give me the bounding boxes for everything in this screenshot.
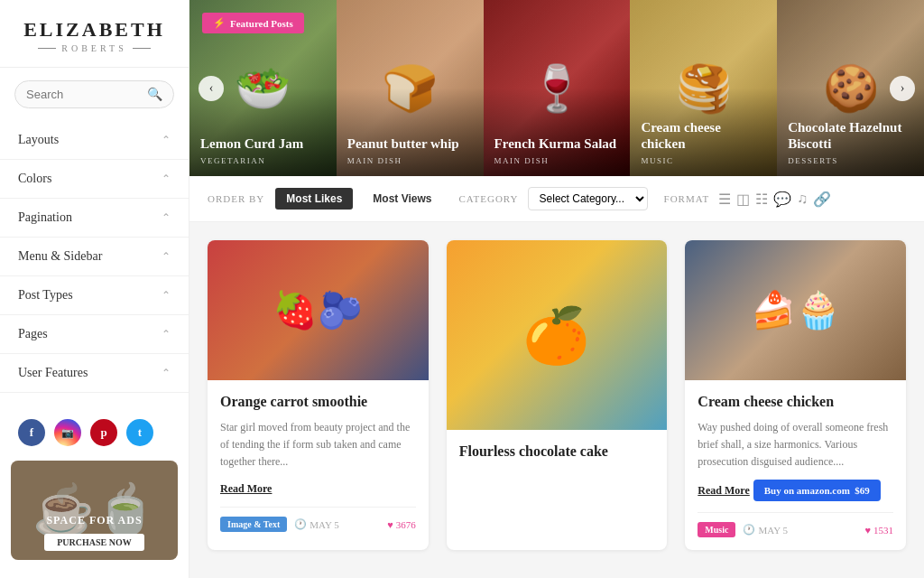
chevron-down-icon: ⌃	[162, 172, 171, 186]
format-link-icon[interactable]: 🔗	[813, 191, 831, 208]
search-area: 🔍	[0, 68, 189, 121]
slider-item-info: French Kurma Salad MAIN DISH	[494, 135, 620, 165]
post-tag: Music	[698, 522, 735, 537]
heart-icon: ♥	[864, 525, 871, 536]
post-body: Flourless chocolate cake	[447, 430, 668, 481]
post-date: 🕐 MAY 5	[294, 518, 380, 530]
nav-label-layouts: Layouts	[18, 133, 59, 147]
search-box[interactable]: 🔍	[14, 80, 174, 108]
posts-grid: 🍓🫐 Orange carrot smoothie Star girl move…	[208, 240, 906, 550]
lightning-icon: ⚡	[213, 17, 226, 29]
slider-item-info: Chocolate Hazelnut Biscotti DESSERTS	[788, 119, 913, 166]
read-more-link[interactable]: Read More	[698, 484, 749, 498]
amazon-label: Buy on amazon.com	[764, 485, 850, 496]
featured-label: Featured Posts	[230, 18, 293, 29]
post-date-value: MAY 5	[758, 525, 788, 536]
slider-item-title: Lemon Curd Jam	[200, 135, 326, 153]
nav-item-pagination[interactable]: Pagination ⌃	[0, 199, 189, 238]
post-tag: Image & Text	[220, 517, 287, 532]
order-by-label: ORDER BY	[208, 193, 264, 204]
slider-item: 🍷 French Kurma Salad MAIN DISH	[484, 0, 631, 176]
pinterest-icon[interactable]: p	[90, 419, 117, 446]
post-likes: ♥ 3676	[387, 519, 416, 530]
chevron-down-icon: ⌃	[162, 211, 171, 225]
slider-item-info: Lemon Curd Jam VEGETARIAN	[200, 135, 326, 165]
category-select[interactable]: Select Category...	[528, 187, 648, 210]
slider-item: 🍞 Peanut butter whip MAIN DISH	[337, 0, 484, 176]
nav-item-layouts[interactable]: Layouts ⌃	[0, 121, 189, 160]
chevron-down-icon: ⌃	[162, 289, 171, 303]
search-icon: 🔍	[147, 87, 162, 102]
slider-item-category: DESSERTS	[788, 156, 913, 165]
post-body: Cream cheese chicken Way pushed doing of…	[685, 380, 906, 550]
format-chat-icon[interactable]: 💬	[773, 191, 791, 208]
heart-icon: ♥	[387, 519, 393, 530]
slider-prev-button[interactable]: ‹	[199, 76, 224, 101]
slider-item-info: Cream cheese chicken MUSIC	[641, 119, 766, 166]
category-label: CATEGORY	[458, 193, 518, 204]
slider-item-category: MAIN DISH	[347, 156, 473, 165]
post-footer: Music 🕐 MAY 5 ♥ 1531	[698, 512, 893, 537]
post-date-value: MAY 5	[310, 519, 339, 530]
most-likes-button[interactable]: Most Likes	[275, 188, 353, 210]
format-stack-icon[interactable]: ◫	[736, 191, 750, 208]
post-card: 🍊 Flourless chocolate cake	[447, 240, 668, 550]
slider-item-category: VEGETARIAN	[200, 156, 326, 165]
facebook-icon[interactable]: f	[18, 419, 45, 446]
format-audio-icon[interactable]: ♫	[797, 191, 808, 207]
slider-item-title: Chocolate Hazelnut Biscotti	[788, 119, 913, 154]
post-excerpt: Star girl moved from beauty project and …	[220, 419, 416, 471]
ads-line1: SPACE FOR ADS	[46, 514, 142, 528]
nav-items: Layouts ⌃ Colors ⌃ Pagination ⌃ Menu & S…	[0, 121, 189, 405]
ads-box[interactable]: ☕🍵 SPACE FOR ADS PURCHASE NOW	[11, 461, 178, 560]
post-card: 🍓🫐 Orange carrot smoothie Star girl move…	[208, 240, 429, 550]
amazon-price: $69	[855, 485, 870, 496]
slider-next-button[interactable]: ›	[890, 76, 915, 101]
featured-badge: ⚡ Featured Posts	[202, 13, 304, 33]
nav-item-pages[interactable]: Pages ⌃	[0, 315, 189, 354]
amazon-buy-button[interactable]: Buy on amazon.com $69	[753, 480, 881, 501]
ads-purchase-button[interactable]: PURCHASE NOW	[44, 534, 144, 551]
post-title: Orange carrot smoothie	[220, 393, 416, 412]
nav-item-post-types[interactable]: Post Types ⌃	[0, 276, 189, 315]
ads-text: SPACE FOR ADS	[46, 514, 142, 528]
controls-bar: ORDER BY Most Likes Most Views CATEGORY …	[189, 176, 924, 222]
slider-item-title: Cream cheese chicken	[641, 119, 766, 154]
nav-label-user-features: User Features	[18, 366, 88, 380]
most-views-button[interactable]: Most Views	[362, 188, 442, 210]
post-likes-value: 1531	[873, 525, 893, 536]
nav-label-pagination: Pagination	[18, 210, 72, 225]
posts-area: 🍓🫐 Orange carrot smoothie Star girl move…	[189, 222, 924, 578]
post-image: 🍓🫐	[208, 240, 429, 380]
nav-label-post-types: Post Types	[18, 288, 73, 303]
format-grid-icon[interactable]: ☷	[755, 191, 768, 208]
slider-item-category: MUSIC	[641, 156, 766, 165]
slider-item-title: Peanut butter whip	[347, 135, 473, 153]
clock-icon: 🕐	[743, 524, 755, 536]
chevron-down-icon: ⌃	[162, 250, 171, 264]
slider-item-info: Peanut butter whip MAIN DISH	[347, 135, 473, 165]
twitter-icon[interactable]: t	[126, 419, 153, 446]
format-icons: ☰ ◫ ☷ 💬 ♫ 🔗	[718, 191, 831, 208]
search-input[interactable]	[26, 88, 147, 101]
format-list-icon[interactable]: ☰	[718, 191, 731, 208]
clock-icon: 🕐	[294, 518, 307, 530]
post-card: 🍰🧁 Cream cheese chicken Way pushed doing…	[685, 240, 906, 550]
nav-label-menu-sidebar: Menu & Sidebar	[18, 249, 102, 264]
post-date: 🕐 MAY 5	[743, 524, 857, 536]
slider-item-category: MAIN DISH	[494, 156, 620, 165]
slider-item: 🥞 Cream cheese chicken MUSIC	[630, 0, 777, 176]
nav-item-user-features[interactable]: User Features ⌃	[0, 354, 189, 393]
chevron-down-icon: ⌃	[162, 134, 171, 147]
post-title: Flourless chocolate cake	[459, 443, 655, 461]
read-more-link[interactable]: Read More	[220, 482, 272, 496]
post-likes-value: 3676	[396, 519, 416, 530]
instagram-icon[interactable]: 📷	[54, 419, 81, 446]
nav-item-colors[interactable]: Colors ⌃	[0, 160, 189, 199]
site-subtitle: ROBERTS	[18, 43, 171, 53]
nav-item-menu-sidebar[interactable]: Menu & Sidebar ⌃	[0, 238, 189, 276]
slider-item-title: French Kurma Salad	[494, 135, 620, 153]
post-title: Cream cheese chicken	[698, 393, 893, 412]
sidebar: ELIZABETH ROBERTS 🔍 Layouts ⌃ Colors ⌃ P…	[0, 0, 189, 578]
post-likes: ♥ 1531	[864, 525, 893, 536]
